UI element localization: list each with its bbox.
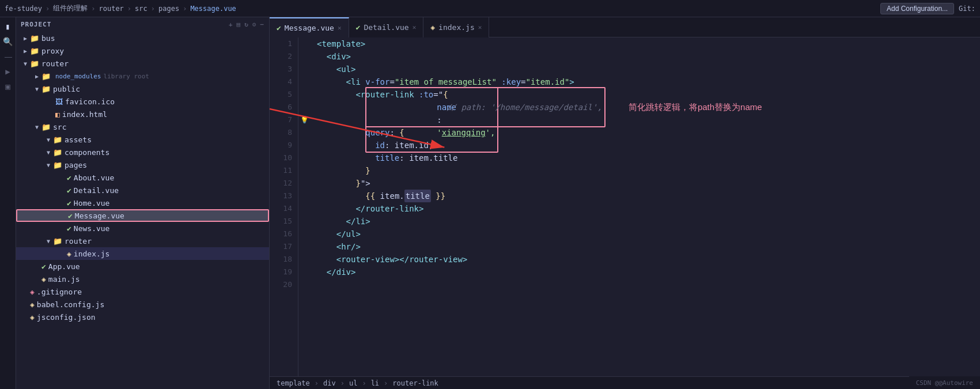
- tab-index-js[interactable]: ◈ index.js ✕: [423, 17, 489, 37]
- sidebar-item-main-js[interactable]: ▶ ◈ main.js: [16, 273, 269, 285]
- sep-s1: ›: [315, 379, 319, 387]
- tab-close-indexjs[interactable]: ✕: [478, 24, 482, 31]
- sidebar-item-message-vue[interactable]: ▶ ✔ Message.vue: [16, 209, 269, 222]
- sidebar-item-news-vue[interactable]: ▶ ✔ News.vue: [16, 222, 269, 235]
- sidebar-item-proxy[interactable]: ▶ 📁 proxy: [16, 44, 269, 57]
- sidebar-item-home-vue[interactable]: ▶ ✔ Home.vue: [16, 197, 269, 209]
- label-components: components: [65, 148, 109, 157]
- arrow-proxy: ▶: [21, 48, 30, 54]
- code-line-6: // path: '/home/message/detail', 简化跳转逻辑，…: [317, 101, 980, 114]
- sidebar-item-node-modules[interactable]: ▶ 📁 node_modules library root: [16, 70, 269, 82]
- gutter-18: [298, 253, 310, 266]
- code-line-20: [317, 278, 980, 291]
- new-folder-icon[interactable]: ▤: [237, 21, 241, 28]
- line-numbers: 1 2 3 4 5 6 7 8 9 10 11 12 13 14 15 16 1: [270, 37, 298, 376]
- sidebar-item-babel[interactable]: ▶ ◈ babel.config.js: [16, 298, 269, 311]
- editor-wrapper: 1 2 3 4 5 6 7 8 9 10 11 12 13 14 15 16 1: [270, 37, 980, 389]
- sidebar-item-gitignore[interactable]: ▶ ◈ .gitignore: [16, 285, 269, 298]
- sidebar-item-bus[interactable]: ▶ 📁 bus: [16, 32, 269, 44]
- sep5: ›: [183, 5, 187, 13]
- tab-close-message[interactable]: ✕: [338, 24, 342, 32]
- file-mainjs-icon: ◈: [41, 275, 46, 284]
- settings-icon[interactable]: ⚙: [252, 21, 257, 28]
- label-home-vue: Home.vue: [74, 199, 110, 207]
- folder-proxy-icon: 📁: [30, 47, 39, 55]
- status-template: template: [277, 379, 310, 387]
- new-file-icon[interactable]: +: [229, 21, 233, 28]
- label-favicon: favicon.ico: [65, 97, 115, 106]
- file-about-icon: ✔: [67, 173, 71, 182]
- tab-detail-vue[interactable]: ✔ Detail.vue ✕: [349, 17, 424, 37]
- label-pages: pages: [65, 161, 87, 169]
- code-line-16: </ul>: [317, 228, 980, 240]
- sidebar-item-app-vue[interactable]: ▶ ✔ App.vue: [16, 260, 269, 273]
- extensions-activity-icon[interactable]: ▣: [1, 80, 15, 93]
- sep4: ›: [151, 5, 155, 13]
- gutter-8: [298, 126, 310, 139]
- code-line-13: {{ item.title }}: [317, 190, 980, 202]
- sep2: ›: [91, 5, 95, 13]
- sidebar-item-about-vue[interactable]: ▶ ✔ About.vue: [16, 171, 269, 184]
- debug-activity-icon[interactable]: ▶: [1, 65, 15, 78]
- tab-close-detail[interactable]: ✕: [413, 24, 417, 31]
- sidebar-item-assets[interactable]: ▼ 📁 assets: [16, 133, 269, 146]
- breadcrumb-file[interactable]: Message.vue: [190, 5, 236, 13]
- collapse-icon[interactable]: −: [260, 21, 264, 28]
- git-activity-icon[interactable]: ⸻: [1, 50, 15, 63]
- sep-s2: ›: [340, 379, 345, 387]
- sidebar-title: Project: [21, 21, 51, 28]
- status-div: div: [323, 379, 336, 387]
- sidebar-item-favicon[interactable]: ▶ 🖼 favicon.ico: [16, 95, 269, 108]
- gutter-3: [298, 63, 310, 75]
- ln-12: 12: [270, 177, 292, 190]
- sep-s3: ›: [362, 379, 366, 387]
- code-line-12: } ">: [317, 177, 980, 190]
- sidebar: Project + ▤ ↻ ⚙ − ▶ 📁 bus ▶ 📁 proxy: [16, 17, 270, 389]
- ln-2: 2: [270, 50, 292, 63]
- breadcrumb-pages[interactable]: pages: [158, 5, 179, 13]
- code-line-4: <li v-for = "item of messageList" :key =…: [317, 75, 980, 88]
- breadcrumb-router[interactable]: router: [99, 5, 124, 13]
- explorer-icon[interactable]: ▮: [1, 20, 15, 33]
- ln-14: 14: [270, 202, 292, 215]
- file-detail-icon: ✔: [67, 186, 71, 195]
- sidebar-item-detail-vue[interactable]: ▶ ✔ Detail.vue: [16, 184, 269, 197]
- folder-public-icon: 📁: [41, 85, 51, 93]
- sidebar-item-src[interactable]: ▼ 📁 src: [16, 120, 269, 133]
- refresh-icon[interactable]: ↻: [244, 21, 249, 28]
- code-lines[interactable]: <template> <div> <ul> <li v: [310, 37, 980, 376]
- ln-6: 6: [270, 101, 292, 114]
- ln-9: 9: [270, 139, 292, 152]
- breadcrumb-bar: fe-studey › 组件的理解 › router › src › pages…: [5, 3, 880, 13]
- code-editor[interactable]: 1 2 3 4 5 6 7 8 9 10 11 12 13 14 15 16 1: [270, 37, 980, 376]
- code-line-10: title : item.title: [317, 152, 980, 164]
- label-node-modules: node_modules: [55, 73, 101, 80]
- gutter-4: [298, 75, 310, 88]
- sidebar-item-pages[interactable]: ▼ 📁 pages: [16, 158, 269, 171]
- arrow-node-modules: ▶: [32, 73, 41, 80]
- label-index-html: index.html: [62, 110, 107, 119]
- sidebar-item-router2[interactable]: ▼ 📁 router: [16, 235, 269, 247]
- status-routerlink: router-link: [392, 379, 438, 387]
- arrow-components: ▼: [44, 149, 53, 156]
- annotation-text: 简化跳转逻辑，将path替换为name: [629, 101, 762, 114]
- ln-11: 11: [270, 164, 292, 177]
- breadcrumb-components[interactable]: 组件的理解: [53, 3, 88, 13]
- sidebar-item-public[interactable]: ▼ 📁 public: [16, 82, 269, 95]
- tab-vue-icon-detail: ✔: [356, 23, 361, 32]
- breadcrumb-fe-studey[interactable]: fe-studey: [5, 5, 42, 13]
- file-indexjs-icon: ◈: [67, 250, 71, 258]
- sidebar-item-index-html[interactable]: ▶ ◧ index.html: [16, 108, 269, 120]
- sidebar-item-components[interactable]: ▼ 📁 components: [16, 146, 269, 158]
- label-proxy: proxy: [41, 47, 64, 55]
- sidebar-item-router[interactable]: ▼ 📁 router: [16, 57, 269, 70]
- add-configuration-button[interactable]: Add Configuration...: [880, 3, 954, 14]
- sep-s4: ›: [384, 379, 388, 387]
- sidebar-item-jsconfig[interactable]: ▶ ◈ jsconfig.json: [16, 311, 269, 323]
- breadcrumb-src[interactable]: src: [135, 5, 147, 13]
- tab-message-vue[interactable]: ✔ Message.vue ✕: [270, 17, 349, 37]
- search-activity-icon[interactable]: 🔍: [1, 35, 15, 48]
- sidebar-item-index-js[interactable]: ▶ ◈ index.js: [16, 247, 269, 260]
- label-bus: bus: [41, 34, 55, 43]
- label-library-root: library root: [103, 73, 149, 80]
